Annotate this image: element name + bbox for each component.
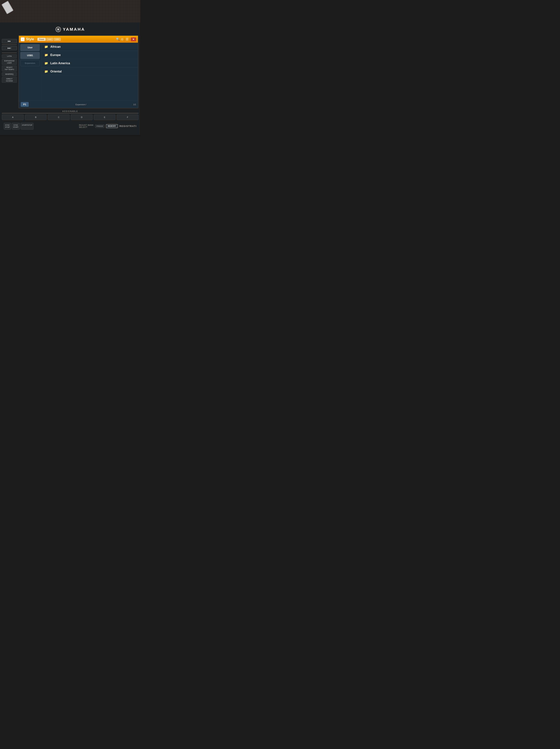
style-icon-symbol: ♪ [22,38,23,40]
list-item[interactable]: 📁 Latin America [41,59,138,67]
left-button-panel: ▶▶ ▶▶| LATIN EXPANSION/USER RESET/TAP TE… [2,35,17,83]
assignable-btn-c[interactable]: C [48,114,70,120]
expansion-user-button[interactable]: EXPANSION/USER [2,59,17,65]
divider-2 [2,52,17,53]
tab-usb[interactable]: USB [54,38,61,41]
divider-1 [2,44,17,45]
assignable-btn-b[interactable]: B [25,114,47,120]
sync-group: SYNCSTOP SYNCSTART START/STOP [4,123,33,130]
tab-user[interactable]: User [46,38,53,41]
folder-icon: 📁 [44,53,48,57]
page-info: 1/1 [133,103,136,106]
folder-icon: 📁 [44,45,48,48]
latin-button[interactable]: LATIN [2,54,17,58]
assignable-btn-f[interactable]: F [117,114,138,120]
assignable-btn-e[interactable]: E [94,114,116,120]
transport-group: ▶▶ ▶▶| [2,39,17,50]
reset-tap-tempo-button[interactable]: RESET/TAP TEMPO [2,66,17,71]
freeze-button[interactable]: FREEZE [95,125,105,128]
forward-button[interactable]: ▶▶| [2,46,17,50]
memory-button[interactable]: MEMORY [106,124,118,128]
file-name-europe: Europe [50,53,61,57]
assignable-label: ASSIGNABLE [2,110,138,112]
yamaha-logo-bar: YAMAHA [0,24,140,35]
header-tabs: Preset User USB [38,38,115,41]
sidebar-expansion-btn[interactable]: Expansion [20,60,40,66]
folder-icon: 📁 [44,61,48,65]
regist-bank-title: REGIST BANK [79,124,94,126]
list-item[interactable]: 📁 African [41,43,138,51]
regist-bank-label: REGIST BANK SELECT [79,124,94,128]
sync-stop-btn[interactable]: SYNCSTOP [4,123,11,130]
sync-start-btn[interactable]: SYNCSTART [12,123,20,130]
file-name-latin-america: Latin America [50,62,70,65]
close-button[interactable]: ✕ [131,38,136,41]
bottom-area: ASSIGNABLE A B C D E F SYNCSTOP SYNCSTAR… [0,108,140,131]
background-texture [0,0,140,22]
mixer-eq-button[interactable]: MIXER/EQ [2,72,17,76]
list-item[interactable]: 📁 Europe [41,51,138,59]
regist-bank-section: REGIST BANK SELECT FREEZE MEMORY REGISTR… [79,124,137,128]
yamaha-logo: YAMAHA [55,27,85,32]
display-sidebar: User USB1 Expansion [19,43,41,101]
lcd-display: ♪ Style Preset User USB 🔍 ⊙ ☰ ✕ [18,35,138,108]
file-name-african: African [50,45,61,48]
assignable-line [2,113,138,113]
sidebar-usb1-btn[interactable]: USB1 [20,52,40,59]
svg-point-5 [58,29,59,30]
direct-access-button[interactable]: DIRECTACCESS [2,77,17,83]
style-title: Style [26,37,34,41]
file-name-oriental: Oriental [50,70,62,73]
registration-label: REGISTRATI [119,125,137,128]
list-item[interactable]: 📁 Oriental [41,67,138,76]
tab-preset[interactable]: Preset [38,38,46,41]
assignable-btn-a[interactable]: A [2,114,24,120]
keyboard-body: YAMAHA ▶▶ ▶▶| LATIN EXPANSION/USER RESET… [0,22,140,135]
folder-icon: 📁 [44,70,48,73]
page-tab[interactable]: P1 [21,102,29,107]
path-label: Expansion:/ [75,103,86,106]
assignable-buttons: A B C D E F [2,114,138,120]
screen-area: ▶▶ ▶▶| LATIN EXPANSION/USER RESET/TAP TE… [0,35,140,108]
cable-decoration [1,1,14,14]
brand-name: YAMAHA [63,27,85,32]
style-icon: ♪ [21,38,24,41]
display-footer: P1 Expansion:/ 1/1 [19,101,138,108]
yamaha-star-icon [55,27,61,32]
display-header: ♪ Style Preset User USB 🔍 ⊙ ☰ ✕ [19,36,138,43]
start-stop-btn[interactable]: START/STOP [21,123,34,130]
filter-icon[interactable]: ⊙ [121,38,124,41]
header-icons: 🔍 ⊙ ☰ ✕ [116,38,136,41]
menu-icon[interactable]: ☰ [126,38,128,41]
search-icon[interactable]: 🔍 [116,38,120,41]
bottom-controls: SYNCSTOP SYNCSTART START/STOP REGIST BAN… [2,123,138,130]
sidebar-user-btn[interactable]: User [20,44,40,51]
file-list: 📁 African 📁 Europe 📁 Latin America [41,43,138,101]
display-content: User USB1 Expansion 📁 African 📁 Europe [19,43,138,101]
regist-bank-select: SELECT [79,126,94,128]
assignable-btn-d[interactable]: D [71,114,93,120]
rewind-button[interactable]: ▶▶ [2,39,17,43]
